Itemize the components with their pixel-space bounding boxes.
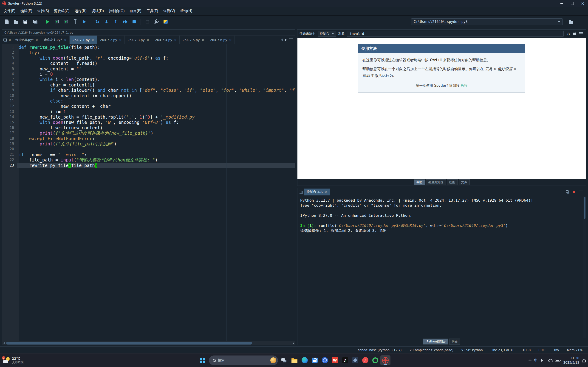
help-source-combobox[interactable]: 控制台 bbox=[318, 31, 336, 37]
taskbar-music[interactable] bbox=[360, 355, 370, 365]
editor-tab[interactable]: 264.7.2.py bbox=[97, 35, 125, 44]
editor-horizontal-scrollbar[interactable] bbox=[2, 341, 295, 345]
scroll-left-icon[interactable] bbox=[3, 342, 5, 344]
tab-close-icon[interactable] bbox=[229, 38, 232, 42]
taskbar-store[interactable] bbox=[310, 355, 320, 365]
pane-tab[interactable]: IPython控制台 bbox=[423, 339, 448, 344]
maximize-button[interactable] bbox=[567, 0, 578, 7]
run-cell-button[interactable] bbox=[52, 18, 61, 26]
menu-item[interactable]: 帮助(H) bbox=[178, 7, 195, 15]
debug-step-out-button[interactable] bbox=[112, 18, 120, 26]
debug-file-button[interactable] bbox=[80, 18, 88, 26]
pane-tab[interactable]: 文件 bbox=[459, 179, 470, 185]
taskbar-weather-widget[interactable]: 2 22°C 大部晴朗 bbox=[3, 357, 23, 364]
tab-close-icon[interactable] bbox=[174, 38, 177, 42]
new-console-icon[interactable] bbox=[566, 190, 569, 193]
debug-run-to-cursor-button[interactable] bbox=[121, 18, 129, 26]
taskbar-green-app[interactable] bbox=[370, 355, 380, 365]
taskbar-spyder[interactable] bbox=[380, 355, 390, 365]
volume-icon[interactable] bbox=[541, 359, 545, 362]
editor-tab[interactable]: 264.7.4.py bbox=[152, 35, 180, 44]
pane-tab[interactable]: 帮助 bbox=[414, 179, 425, 185]
taskbar-wps[interactable] bbox=[330, 355, 340, 365]
menu-item[interactable]: 编辑(E) bbox=[18, 7, 35, 15]
tab-close-icon[interactable] bbox=[325, 190, 327, 194]
run-selection-button[interactable] bbox=[71, 18, 79, 26]
tab-close-icon[interactable] bbox=[35, 38, 38, 42]
ime-indicator[interactable]: 中 bbox=[534, 358, 537, 362]
editor-tab[interactable]: 264.7.5.py bbox=[180, 35, 207, 44]
open-file-button[interactable] bbox=[12, 18, 20, 26]
pythonpath-button[interactable] bbox=[162, 18, 170, 26]
close-button[interactable] bbox=[578, 0, 588, 7]
menu-item[interactable]: 运行(R) bbox=[72, 7, 89, 15]
taskbar-search[interactable]: 搜索 bbox=[209, 356, 278, 365]
menu-item[interactable]: 查看(V) bbox=[161, 7, 178, 15]
pane-tab[interactable]: 绘图 bbox=[447, 179, 458, 185]
taskbar-file-explorer[interactable] bbox=[289, 355, 300, 365]
editor-options-menu-icon[interactable] bbox=[289, 39, 293, 39]
start-button[interactable] bbox=[198, 355, 208, 365]
help-options-menu-icon[interactable] bbox=[579, 32, 583, 33]
interrupt-kernel-icon[interactable] bbox=[573, 191, 575, 193]
menu-item[interactable]: 工具(T) bbox=[144, 7, 161, 15]
help-object-input[interactable]: invalid bbox=[347, 31, 564, 37]
debug-step-into-button[interactable] bbox=[103, 18, 111, 26]
menu-item[interactable]: 调试(D) bbox=[89, 7, 106, 15]
taskbar-edge[interactable] bbox=[300, 355, 310, 365]
home-icon[interactable] bbox=[567, 31, 570, 36]
console-options-menu-icon[interactable] bbox=[579, 191, 583, 191]
menu-item[interactable]: 控制台(O) bbox=[106, 7, 127, 15]
editor-tab[interactable]: 264.7.3.py bbox=[125, 35, 152, 44]
help-tutorial-line[interactable]: 第一次使用 Spyder? 请阅读 教程 bbox=[363, 83, 521, 89]
previous-file-icon[interactable] bbox=[281, 39, 283, 41]
close-pane-icon[interactable] bbox=[9, 38, 11, 42]
minimize-button[interactable] bbox=[556, 0, 567, 7]
menu-item[interactable]: 项目(P) bbox=[127, 7, 144, 15]
editor-tab[interactable]: 264.7.1.py bbox=[69, 35, 97, 44]
tray-chevron-up-icon[interactable] bbox=[528, 359, 531, 362]
code-editor[interactable]: 1def rewrite_py_file(file_path):2 try:3 … bbox=[2, 44, 295, 341]
search-highlight-icon[interactable] bbox=[270, 357, 276, 363]
pane-tab[interactable]: 历史 bbox=[449, 339, 460, 344]
tab-close-icon[interactable] bbox=[202, 38, 204, 42]
next-file-icon[interactable] bbox=[285, 39, 287, 41]
menu-item[interactable]: 源代码(C) bbox=[52, 7, 72, 15]
save-file-button[interactable] bbox=[21, 18, 29, 26]
lock-icon[interactable] bbox=[573, 33, 576, 35]
menu-item[interactable]: 查找(S) bbox=[35, 7, 52, 15]
console-vertical-scrollbar[interactable] bbox=[583, 196, 586, 338]
taskbar-tiktok[interactable] bbox=[340, 355, 350, 365]
editor-tab[interactable]: 未命名0.py* bbox=[13, 35, 41, 44]
editor-tab[interactable]: 264.7.6.py bbox=[207, 35, 235, 44]
taskbar-clock[interactable]: 21:30 2025/5/13 bbox=[563, 356, 579, 364]
tab-close-icon[interactable] bbox=[64, 38, 67, 42]
battery-icon[interactable] bbox=[555, 359, 560, 361]
tools-button[interactable] bbox=[152, 18, 161, 26]
console-tab[interactable]: 控制台 3/A bbox=[304, 189, 330, 195]
browse-tabs-icon[interactable] bbox=[3, 39, 7, 41]
new-file-button[interactable] bbox=[3, 18, 11, 26]
run-file-button[interactable] bbox=[43, 18, 52, 26]
taskbar-app-8[interactable] bbox=[350, 355, 360, 365]
tab-close-icon[interactable] bbox=[91, 38, 94, 42]
tab-close-icon[interactable] bbox=[147, 38, 149, 42]
debug-stop-button[interactable] bbox=[130, 18, 138, 26]
console-output[interactable]: Python 3.12.7 | packaged by Anaconda, In… bbox=[297, 196, 586, 338]
taskbar-browser[interactable] bbox=[320, 355, 330, 365]
save-all-button[interactable] bbox=[30, 18, 39, 26]
notification-bell-icon[interactable] bbox=[582, 359, 586, 362]
debug-continue-button[interactable] bbox=[93, 18, 102, 26]
taskbar-task-view[interactable] bbox=[279, 355, 289, 365]
pane-tab[interactable]: 变量浏览器 bbox=[426, 179, 446, 185]
scrollbar-thumb[interactable] bbox=[584, 197, 586, 219]
maximize-pane-button[interactable] bbox=[143, 18, 151, 26]
run-cell-advance-button[interactable] bbox=[62, 18, 70, 26]
scroll-right-icon[interactable] bbox=[293, 342, 294, 344]
working-directory-combobox[interactable]: C:\Users\21640\.spyder-py3 bbox=[411, 18, 563, 25]
tab-close-icon[interactable] bbox=[119, 38, 122, 42]
menu-item[interactable]: 文件(F) bbox=[1, 7, 18, 15]
browse-consoles-icon[interactable] bbox=[299, 191, 302, 193]
editor-tab[interactable]: 未命名1.py* bbox=[41, 35, 69, 44]
scrollbar-thumb[interactable] bbox=[6, 342, 252, 344]
